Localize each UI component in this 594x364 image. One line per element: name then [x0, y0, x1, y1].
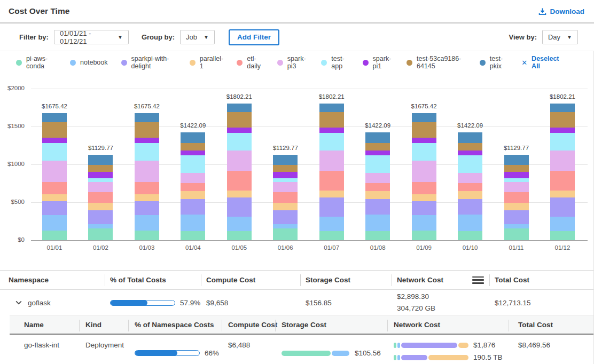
bar-segment[interactable] — [458, 199, 482, 215]
bar-segment[interactable] — [273, 178, 298, 182]
stacked-bar[interactable] — [88, 155, 113, 240]
bar-segment[interactable] — [550, 133, 575, 151]
col-network[interactable]: Network Cost — [397, 276, 443, 284]
bar-segment[interactable] — [42, 122, 67, 138]
add-filter-button[interactable]: Add Filter — [229, 29, 279, 45]
col-storage[interactable]: Storage Cost — [300, 271, 392, 289]
bar-segment[interactable] — [550, 112, 575, 128]
bar-segment[interactable] — [458, 132, 482, 143]
legend-item[interactable]: notebook — [70, 59, 107, 66]
bar-segment[interactable] — [227, 171, 252, 191]
bar-segment[interactable] — [42, 161, 67, 182]
bar-segment[interactable] — [88, 165, 113, 172]
bar-segment[interactable] — [273, 172, 298, 178]
bar-segment[interactable] — [227, 133, 252, 151]
bar-segment[interactable] — [412, 182, 436, 194]
bar-segment[interactable] — [412, 113, 436, 122]
bar-segment[interactable] — [319, 231, 344, 240]
stacked-bar[interactable] — [273, 155, 298, 240]
bar-segment[interactable] — [42, 138, 67, 143]
legend-item[interactable]: pi-aws-conda — [16, 55, 57, 70]
stacked-bar[interactable] — [412, 113, 436, 240]
bar-segment[interactable] — [550, 171, 575, 191]
col-network[interactable]: Network Cost — [387, 316, 509, 334]
bar-segment[interactable] — [88, 172, 113, 178]
bar-segment[interactable] — [504, 172, 529, 178]
bar-segment[interactable] — [504, 192, 529, 203]
bar-segment[interactable] — [319, 197, 344, 217]
bar-segment[interactable] — [273, 210, 298, 224]
bar-segment[interactable] — [135, 161, 159, 182]
col-storage[interactable]: Storage Cost — [275, 316, 387, 334]
bar-segment[interactable] — [365, 191, 390, 199]
bar-segment[interactable] — [227, 128, 252, 133]
bar-segment[interactable] — [365, 143, 390, 150]
col-compute[interactable]: Compute Cost — [201, 271, 300, 289]
chevron-down-icon[interactable] — [15, 299, 22, 306]
bar-segment[interactable] — [42, 113, 67, 122]
bar-segment[interactable] — [458, 151, 482, 156]
bar-segment[interactable] — [504, 224, 529, 228]
bar-segment[interactable] — [412, 122, 436, 138]
bar-segment[interactable] — [458, 231, 482, 240]
col-name[interactable]: Name — [10, 316, 79, 334]
bar-segment[interactable] — [181, 231, 205, 240]
bar-segment[interactable] — [135, 138, 159, 143]
bar-segment[interactable] — [227, 197, 252, 217]
bar-segment[interactable] — [181, 151, 205, 156]
bar-segment[interactable] — [181, 155, 205, 172]
stacked-bar[interactable] — [227, 104, 252, 240]
stacked-bar[interactable] — [42, 113, 67, 240]
group-by-dropdown[interactable]: Job ▼ — [180, 30, 215, 44]
bar-segment[interactable] — [504, 178, 529, 182]
bar-segment[interactable] — [88, 155, 113, 165]
bar-segment[interactable] — [412, 138, 436, 143]
bar-segment[interactable] — [42, 215, 67, 231]
bar-segment[interactable] — [319, 104, 344, 112]
col-compute[interactable]: Compute Cost — [222, 316, 275, 334]
legend-item[interactable]: test-pkix — [480, 55, 508, 70]
bar-segment[interactable] — [458, 173, 482, 183]
bar-segment[interactable] — [88, 182, 113, 192]
col-kind[interactable]: Kind — [79, 316, 128, 334]
stacked-bar[interactable] — [365, 132, 390, 240]
bar-segment[interactable] — [135, 215, 159, 231]
bar-segment[interactable] — [550, 151, 575, 171]
workload-row[interactable]: go-flask-int Deployment 66% $6,488 $105.… — [10, 335, 593, 364]
legend-item[interactable]: parallel-1 — [190, 55, 223, 70]
bar-segment[interactable] — [458, 143, 482, 150]
bar-segment[interactable] — [504, 155, 529, 165]
bar-segment[interactable] — [181, 215, 205, 231]
bar-segment[interactable] — [550, 104, 575, 112]
bar-segment[interactable] — [273, 224, 298, 228]
bar-segment[interactable] — [412, 194, 436, 201]
bar-segment[interactable] — [319, 217, 344, 231]
bar-segment[interactable] — [181, 183, 205, 192]
bar-segment[interactable] — [412, 143, 436, 160]
bar-segment[interactable] — [88, 178, 113, 182]
stacked-bar[interactable] — [181, 132, 205, 240]
bar-segment[interactable] — [181, 191, 205, 199]
stacked-bar[interactable] — [135, 113, 159, 240]
bar-segment[interactable] — [273, 155, 298, 165]
bar-segment[interactable] — [319, 151, 344, 171]
bar-segment[interactable] — [412, 161, 436, 182]
legend-item[interactable]: etl-daily — [237, 55, 264, 70]
bar-segment[interactable] — [550, 197, 575, 217]
stacked-bar[interactable] — [504, 155, 529, 240]
bar-segment[interactable] — [504, 165, 529, 172]
deselect-all-button[interactable]: ✕ Deselect All — [521, 55, 560, 70]
bar-segment[interactable] — [550, 191, 575, 197]
bar-segment[interactable] — [458, 215, 482, 231]
legend-item[interactable]: test-app — [321, 55, 349, 70]
bar-segment[interactable] — [319, 112, 344, 128]
legend-item[interactable]: sparkpi-with-delight — [121, 55, 176, 70]
bar-segment[interactable] — [365, 183, 390, 192]
bar-segment[interactable] — [365, 231, 390, 240]
bar-segment[interactable] — [319, 191, 344, 197]
bar-segment[interactable] — [135, 113, 159, 122]
bar-segment[interactable] — [227, 191, 252, 197]
bar-segment[interactable] — [365, 155, 390, 172]
bar-segment[interactable] — [319, 171, 344, 191]
col-total[interactable]: Total Cost — [509, 316, 593, 334]
